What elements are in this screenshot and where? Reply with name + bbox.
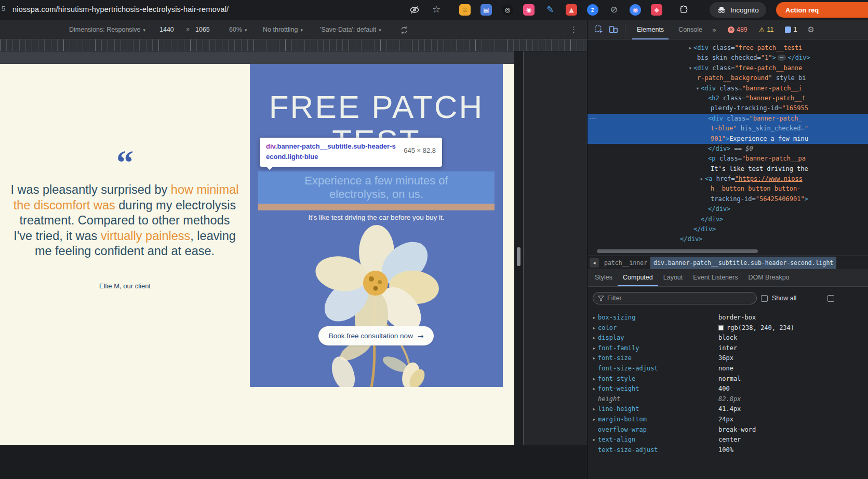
elements-tree-line[interactable]: ⋯<div class="banner-patch_ bbox=[587, 114, 868, 124]
elements-tree-line[interactable]: ▸<a href="https://www.nioss bbox=[587, 174, 868, 184]
chevron-down-icon: ▾ bbox=[245, 28, 247, 33]
viewport-height-input[interactable]: 1065 bbox=[195, 20, 210, 39]
elements-tree-line[interactable]: </div> bbox=[587, 215, 868, 224]
elements-tree-line[interactable]: </div> bbox=[587, 204, 868, 214]
expand-arrow-icon[interactable]: ▸ bbox=[591, 313, 598, 323]
elements-tree-line[interactable]: bis_skin_checked="1">⋯</div> bbox=[587, 53, 868, 63]
expand-arrow-icon[interactable]: ▸ bbox=[591, 435, 598, 445]
elements-tree-line[interactable]: </div> bbox=[587, 234, 868, 244]
panel-tab-dom-breakpo[interactable]: DOM Breakpo bbox=[743, 269, 794, 286]
expand-arrow-icon[interactable]: ▾ bbox=[695, 84, 701, 94]
extension-dark-circle[interactable]: ◎ bbox=[502, 4, 513, 16]
device-toolbar-menu-icon[interactable]: ⋮ bbox=[570, 20, 578, 39]
panel-tab-computed[interactable]: Computed bbox=[618, 269, 658, 286]
panel-tab-event-listeners[interactable]: Event Listeners bbox=[688, 269, 743, 286]
computed-property-row[interactable]: ▸displayblock bbox=[587, 333, 868, 343]
page-scrollbar[interactable] bbox=[514, 51, 524, 445]
computed-property-row[interactable]: ▸font-weight400 bbox=[587, 384, 868, 394]
issue-count[interactable]: 1 bbox=[785, 26, 797, 33]
expand-arrow-icon[interactable]: ▸ bbox=[591, 374, 598, 384]
inspect-element-icon[interactable] bbox=[594, 25, 604, 34]
extension-slash-circle[interactable]: ⊘ bbox=[608, 4, 620, 16]
extension-zoom[interactable]: z bbox=[587, 4, 598, 16]
extension-blue-docs[interactable]: ▤ bbox=[480, 4, 492, 16]
panel-tab-layout[interactable]: Layout bbox=[658, 269, 688, 286]
eye-off-icon[interactable] bbox=[409, 5, 420, 15]
bookmark-star-icon[interactable]: ☆ bbox=[432, 4, 440, 15]
elements-tree-line[interactable]: <h2 class="banner-patch__t bbox=[587, 94, 868, 103]
expand-arrow-icon[interactable]: ▸ bbox=[591, 323, 598, 334]
extension-blue-camera[interactable]: ◉ bbox=[630, 4, 641, 16]
rotate-viewport-icon[interactable] bbox=[400, 26, 408, 34]
tab-elements[interactable]: Elements bbox=[632, 20, 669, 39]
computed-property-row[interactable]: font-size-adjustnone bbox=[587, 364, 868, 374]
expand-arrow-icon[interactable]: ▸ bbox=[699, 174, 705, 184]
expand-arrow-icon[interactable]: ▸ bbox=[591, 415, 598, 425]
computed-property-row[interactable]: height82.8px bbox=[587, 394, 868, 405]
code-token-attr: tracking-id= bbox=[711, 195, 756, 203]
breadcrumb-back-icon[interactable]: ◂ bbox=[590, 258, 599, 268]
computed-property-row[interactable]: ▸font-stylenormal bbox=[587, 374, 868, 384]
extensions-puzzle-icon[interactable] bbox=[679, 4, 689, 16]
filter-input[interactable] bbox=[607, 295, 737, 302]
row-overflow-dots-icon[interactable]: ⋯ bbox=[590, 114, 596, 124]
page-scrollbar-thumb[interactable] bbox=[517, 247, 520, 266]
computed-property-row[interactable]: ▸font-size36px bbox=[587, 353, 868, 364]
elements-tree-line[interactable]: t-blue" bis_skin_checked=" bbox=[587, 124, 868, 134]
elements-tree-line[interactable]: 901">Experience a few minu bbox=[587, 134, 868, 144]
extension-pen[interactable]: ✎ bbox=[544, 4, 556, 16]
viewport-width-input[interactable]: 1440 bbox=[159, 20, 174, 39]
expand-arrow-icon[interactable]: ▸ bbox=[591, 404, 598, 415]
elements-tree-line[interactable]: r-patch__background" style bi bbox=[587, 73, 868, 83]
url-text[interactable]: niosspa.com/hirsutism-hypertrichosis-ele… bbox=[12, 5, 229, 14]
breadcrumb-item-selected[interactable]: div.banner-patch__subtitle.sub-header-se… bbox=[650, 257, 836, 269]
computed-property-row[interactable]: ▸colorrgb(238, 240, 234) bbox=[587, 323, 868, 334]
elements-tree-line[interactable]: tracking-id="56425406901"> bbox=[587, 194, 868, 204]
computed-property-row[interactable]: ▸font-familyinter bbox=[587, 343, 868, 354]
save-data-select[interactable]: 'Save-Data': default▾ bbox=[320, 20, 381, 39]
zoom-select[interactable]: 60%▾ bbox=[229, 20, 247, 39]
elements-tree-line[interactable]: h__button button button- bbox=[587, 184, 868, 194]
expand-arrow-icon[interactable]: ▸ bbox=[591, 353, 598, 364]
more-tabs-icon[interactable]: » bbox=[712, 26, 716, 34]
extension-red-shield[interactable]: ◆ bbox=[651, 4, 662, 16]
group-checkbox[interactable] bbox=[827, 295, 834, 302]
expand-arrow-icon[interactable]: ▸ bbox=[687, 43, 693, 53]
elements-horizontal-scrollbar-thumb[interactable] bbox=[597, 249, 758, 253]
error-count[interactable]: ✕ 489 bbox=[728, 26, 747, 33]
expand-arrow-icon[interactable]: ▸ bbox=[591, 333, 598, 343]
computed-property-row[interactable]: overflow-wrapbreak-word bbox=[587, 425, 868, 435]
elements-tree-line[interactable]: ▾<div class="banner-patch__i bbox=[587, 84, 868, 94]
expand-arrow-icon[interactable]: ▸ bbox=[591, 384, 598, 394]
elements-tree-line[interactable]: ▸<div class="free-patch__testi bbox=[587, 43, 868, 53]
settings-gear-icon[interactable]: ⚙ bbox=[807, 25, 814, 34]
breadcrumb-item-parent[interactable]: patch__inner bbox=[601, 257, 650, 269]
show-all-checkbox[interactable] bbox=[761, 295, 768, 302]
elements-tree-line[interactable]: It's like test driving the bbox=[587, 164, 868, 174]
elements-tree-line[interactable]: <p class="banner-patch__pa bbox=[587, 154, 868, 164]
expand-arrow-icon[interactable]: ▸ bbox=[591, 343, 598, 354]
action-required-button[interactable]: Action req bbox=[776, 2, 868, 18]
elements-tree-line[interactable]: plerdy-tracking-id="165955 bbox=[587, 103, 868, 113]
book-consultation-button[interactable]: Book free consultation now → bbox=[318, 326, 434, 345]
computed-property-row[interactable]: text-size-adjust100% bbox=[587, 445, 868, 456]
device-toolbar-toggle-icon[interactable] bbox=[609, 25, 618, 34]
extension-red-flame[interactable]: ▲ bbox=[566, 4, 577, 16]
dimensions-select[interactable]: Dimensions: Responsive▾ bbox=[69, 20, 145, 39]
filter-input-box[interactable] bbox=[593, 292, 757, 304]
expand-arrow-icon[interactable]: ▾ bbox=[687, 63, 693, 73]
tab-console[interactable]: Console bbox=[674, 20, 707, 39]
elements-tree-line[interactable]: ▾<div class="free-patch__banne bbox=[587, 63, 868, 73]
computed-property-row[interactable]: ▸line-height41.4px bbox=[587, 404, 868, 415]
panel-tab-styles[interactable]: Styles bbox=[590, 269, 618, 286]
warning-count[interactable]: ⚠ 11 bbox=[759, 26, 774, 34]
elements-tree-line[interactable]: </div> bbox=[587, 224, 868, 234]
computed-property-row[interactable]: ▸text-aligncenter bbox=[587, 435, 868, 445]
extension-pink[interactable]: ◉ bbox=[523, 4, 535, 16]
extension-yellow[interactable]: ≡ bbox=[459, 4, 471, 16]
elements-horizontal-scrollbar[interactable] bbox=[587, 248, 868, 254]
throttling-select[interactable]: No throttling▾ bbox=[263, 20, 303, 39]
computed-property-row[interactable]: ▸margin-bottom24px bbox=[587, 415, 868, 425]
computed-property-row[interactable]: ▸box-sizingborder-box bbox=[587, 313, 868, 323]
elements-tree-line[interactable]: </div> == $0 bbox=[587, 144, 868, 154]
